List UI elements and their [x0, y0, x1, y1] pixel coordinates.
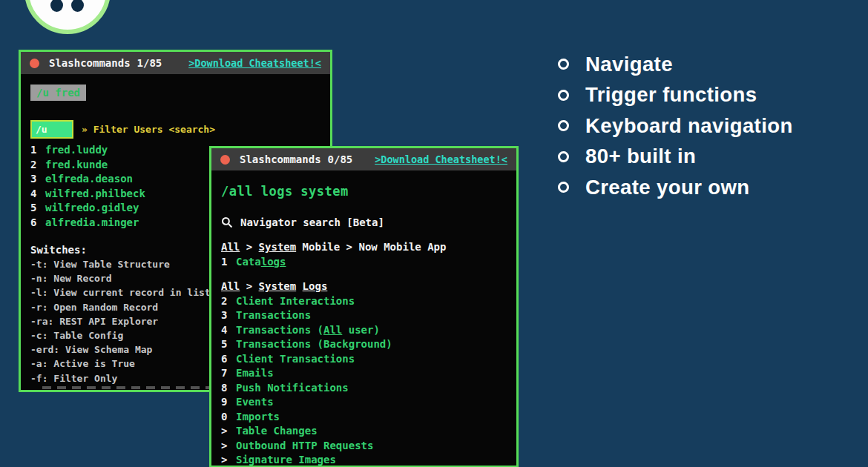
logo-eye-icon: [71, 0, 84, 12]
result-row[interactable]: 2Client Interactions: [221, 294, 507, 309]
result-number: 2: [221, 294, 229, 309]
user-name: alfredia.minger: [45, 216, 139, 228]
result-number: 6: [30, 216, 39, 231]
result-number: 5: [30, 201, 39, 216]
result-row[interactable]: 8Push Notifications: [221, 381, 507, 396]
navigator-search-row: Navigator search [Beta]: [221, 216, 507, 228]
text-segment: All: [221, 241, 240, 253]
breadcrumb[interactable]: All > System Mobile > Now Mobile App: [221, 240, 507, 255]
user-name: fred.kunde: [45, 159, 108, 170]
result-label: Events: [236, 396, 274, 408]
feature-item: 80+ built in: [558, 142, 793, 173]
text-segment: All: [323, 324, 342, 336]
result-number: 3: [221, 308, 229, 323]
feature-label: Keyboard navigation: [585, 114, 793, 138]
breadcrumb[interactable]: All > System Logs: [221, 279, 507, 294]
typed-command[interactable]: /all logs system: [221, 184, 507, 199]
result-number: >: [221, 424, 229, 439]
user-name: fred.luddy: [45, 144, 108, 156]
text-segment: All: [221, 280, 240, 292]
text-segment: Push Notifications: [236, 382, 349, 394]
text-segment: user): [342, 324, 380, 336]
text-segment: Transactions (: [236, 324, 323, 336]
user-name: wilfredo.gidley: [45, 202, 139, 213]
result-number: 1: [221, 255, 229, 270]
result-number: 8: [221, 381, 229, 396]
result-row[interactable]: 4Transactions (All user): [221, 323, 507, 338]
download-cheatsheet-link[interactable]: >Download Cheatsheet!<: [375, 153, 507, 165]
result-number: 2: [30, 158, 39, 173]
filter-description: » Filter Users <search>: [82, 124, 215, 135]
result-number: 4: [221, 323, 229, 338]
bullet-circle-icon: [558, 151, 569, 162]
feature-label: 80+ built in: [585, 145, 696, 168]
text-segment: Cata: [236, 256, 261, 268]
result-label: Catalogs: [236, 256, 286, 268]
text-segment: Imports: [236, 411, 280, 423]
result-number: 4: [30, 187, 39, 202]
result-row[interactable]: >Table Changes: [221, 424, 507, 439]
text-segment: Mobile > Now Mobile App: [296, 241, 446, 253]
cutoff-title-left-text: SN Utils: [134, 0, 262, 6]
result-row[interactable]: 5Transactions (Background): [221, 337, 507, 352]
result-row[interactable]: 6Client Transactions: [221, 352, 507, 367]
result-row[interactable]: 7Emails: [221, 366, 507, 381]
result-count: 1/85: [137, 57, 162, 69]
result-number: 7: [221, 366, 229, 381]
result-number: 9: [221, 395, 229, 410]
command-input[interactable]: /u: [30, 120, 73, 139]
window-title: Slashcommands: [240, 153, 321, 165]
result-row[interactable]: 1Catalogs: [221, 255, 507, 270]
search-icon: [221, 216, 233, 228]
result-row[interactable]: >Outbound HTTP Requests: [221, 439, 507, 454]
feature-label: Trigger functions: [585, 83, 757, 107]
result-label: Client Transactions: [236, 353, 355, 365]
record-dot-icon: [30, 59, 39, 68]
result-label: Push Notifications: [236, 382, 349, 394]
result-label: Transactions (Background): [236, 338, 392, 350]
window-title: Slashcommands: [49, 57, 131, 69]
result-label: Outbound HTTP Requests: [236, 440, 373, 451]
feature-item: Keyboard navigation: [558, 110, 793, 142]
result-label: Signature Images: [236, 454, 336, 466]
text-segment: Events: [236, 396, 274, 408]
cutoff-title-right: slash commands: [540, 0, 809, 7]
result-row[interactable]: >Signature Images: [221, 453, 507, 467]
result-number: 6: [221, 352, 229, 367]
text-segment: Logs: [303, 280, 328, 292]
typed-command-chip[interactable]: /u fred: [30, 85, 86, 101]
slashcommands-window-2: Slashcommands 0/85 >Download Cheatsheet!…: [209, 146, 519, 467]
download-cheatsheet-link[interactable]: >Download Cheatsheet!<: [188, 57, 321, 69]
text-segment: Outbound HTTP Requests: [236, 440, 373, 451]
title-bar: Slashcommands 1/85 >Download Cheatsheet!…: [21, 52, 330, 74]
feature-item: Create your own: [558, 172, 793, 203]
navigator-search-label: Navigator search [Beta]: [240, 216, 384, 228]
result-label: Transactions: [236, 309, 311, 321]
text-segment: >: [240, 241, 258, 253]
sn-utils-logo: [24, 0, 111, 34]
result-number: 0: [221, 410, 229, 425]
result-number: 5: [221, 337, 229, 352]
result-label: Imports: [236, 411, 280, 423]
result-row[interactable]: 0Imports: [221, 410, 507, 425]
cutoff-title-left: SN Utils: [134, 0, 262, 7]
feature-list: NavigateTrigger functionsKeyboard naviga…: [558, 49, 793, 203]
navigator-result-list: All > System Mobile > Now Mobile App1Cat…: [221, 240, 507, 467]
text-segment: Transactions: [236, 309, 311, 321]
feature-item: Navigate: [558, 49, 793, 80]
result-label: Client Interactions: [236, 295, 355, 307]
result-number: >: [221, 439, 229, 454]
text-segment: Emails: [236, 367, 274, 379]
text-segment: Transactions (Background): [236, 338, 392, 350]
result-row[interactable]: 3Transactions: [221, 308, 507, 323]
logo-eye-icon: [50, 0, 63, 12]
user-name: elfreda.deason: [45, 173, 133, 185]
text-segment: [296, 280, 302, 292]
text-segment: Signature Images: [236, 454, 336, 466]
title-bar: Slashcommands 0/85 >Download Cheatsheet!…: [211, 148, 516, 170]
result-number: 3: [30, 172, 39, 187]
result-row[interactable]: 9Events: [221, 395, 507, 410]
result-count: 0/85: [328, 153, 353, 165]
cutoff-title-right-text: slash commands: [540, 0, 809, 6]
result-label: Table Changes: [236, 425, 318, 437]
